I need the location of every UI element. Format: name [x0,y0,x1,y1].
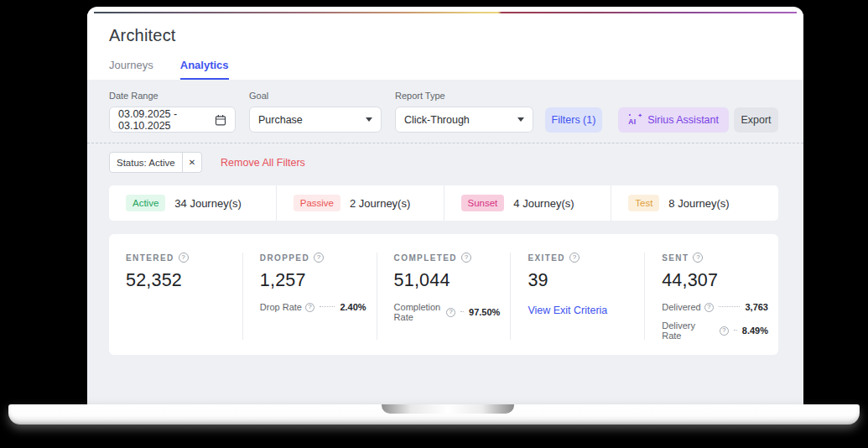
metric-entered: ENTERED ? 52,352 [109,253,243,340]
dotted-leader [719,306,741,307]
report-type-label: Report Type [395,91,533,101]
metric-dropped: DROPPED ? 1,257 Drop Rate ? 2.40% [243,253,377,340]
goal-value: Purchase [258,114,303,126]
journey-summary-sunset: Sunset 4 Journey(s) [444,185,612,221]
help-icon[interactable]: ? [314,253,324,263]
metric-label: COMPLETED [394,253,457,263]
delivery-rate-row: Delivery Rate ? 8.49% [662,320,768,341]
report-type-select[interactable]: Click-Through [395,107,533,133]
goal-field: Goal Purchase [249,91,382,133]
journey-summary-test: Test 8 Journey(s) [611,185,778,221]
export-button[interactable]: Export [734,107,778,133]
journey-count: 34 Journey(s) [174,197,241,210]
date-range-label: Date Range [109,91,236,101]
dotted-leader [320,306,335,307]
laptop-base [8,404,860,425]
metric-exited: EXITED ? 39 View Exit Criteria [511,253,645,340]
report-type-field: Report Type Click-Through [395,91,533,133]
remove-all-filters-link[interactable]: Remove All Filters [221,157,305,169]
status-filter-chip-label: Status: Active [110,153,182,172]
metric-completed: COMPLETED ? 51,044 Completion Rate ? 97.… [377,253,512,340]
date-range-value: 03.09.2025 - 03.10.2025 [118,108,215,132]
divider [87,143,803,143]
drop-rate-value: 2.40% [340,302,366,312]
help-icon[interactable]: ? [704,303,714,312]
help-icon[interactable]: ? [720,326,729,336]
tab-analytics[interactable]: Analytics [180,59,229,80]
metric-value: 51,044 [394,270,501,291]
completion-rate-value: 97.50% [469,307,500,317]
journey-summary-card: Active 34 Journey(s) Passive 2 Journey(s… [109,185,778,221]
journey-count: 4 Journey(s) [513,197,574,210]
completion-rate-row: Completion Rate ? 97.50% [394,302,501,322]
metric-sent: SENT ? 44,307 Delivered ? 3,763 Delivery… [645,253,778,340]
tab-journeys[interactable]: Journeys [109,59,153,80]
status-badge: Sunset [461,195,505,211]
laptop-screen: Architect Journeys Analytics Date Range … [87,7,803,409]
metric-label: EXITED [528,253,565,263]
journey-summary-passive: Passive 2 Journey(s) [277,185,444,221]
analytics-content: Date Range 03.09.2025 - 03.10.2025 Goal [87,80,803,409]
laptop-notch [382,404,514,414]
help-icon[interactable]: ? [305,303,314,312]
sirius-assistant-button[interactable]: AI ✦ Sirius Assistant [618,107,729,133]
dotted-leader [460,311,464,312]
view-exit-criteria-link[interactable]: View Exit Criteria [528,305,634,316]
metrics-card: ENTERED ? 52,352 DROPPED ? 1,257 Drop Ra… [109,234,778,355]
page-header: Architect Journeys Analytics [87,13,803,80]
delivery-rate-value: 8.49% [742,326,768,336]
journey-count: 8 Journey(s) [668,197,729,210]
action-buttons: AI ✦ Sirius Assistant Export [618,107,778,133]
chevron-down-icon [366,117,372,122]
status-badge: Passive [294,195,340,211]
metric-value: 39 [528,270,634,291]
dotted-leader [734,330,737,331]
filters-button[interactable]: Filters (1) [545,107,602,133]
sirius-assistant-label: Sirius Assistant [647,114,719,126]
drop-rate-label: Drop Rate [260,302,302,312]
goal-select[interactable]: Purchase [249,107,382,133]
help-icon[interactable]: ? [446,308,455,317]
remove-chip-icon[interactable]: ✕ [182,153,201,172]
status-badge: Active [126,195,165,211]
delivery-rate-label: Delivery Rate [662,320,716,341]
report-type-value: Click-Through [404,114,470,126]
calendar-icon [215,114,226,126]
help-icon[interactable]: ? [179,253,189,263]
tab-bar: Journeys Analytics [109,59,778,80]
completion-rate-label: Completion Rate [394,302,443,322]
help-icon[interactable]: ? [461,253,471,263]
chevron-down-icon [517,117,524,122]
goal-label: Goal [249,91,382,101]
metric-label: ENTERED [126,253,174,263]
ai-sparkle-icon: AI ✦ [628,115,642,126]
date-range-input[interactable]: 03.09.2025 - 03.10.2025 [109,107,236,133]
drop-rate-row: Drop Rate ? 2.40% [260,302,366,312]
journey-summary-active: Active 34 Journey(s) [109,185,277,221]
metric-value: 44,307 [662,270,768,291]
filter-row: Date Range 03.09.2025 - 03.10.2025 Goal [87,91,803,133]
delivered-row: Delivered ? 3,763 [662,302,768,312]
metric-label: SENT [662,253,689,263]
journey-count: 2 Journey(s) [350,197,410,210]
page-title: Architect [109,26,778,45]
delivered-value: 3,763 [745,302,768,312]
metric-label: DROPPED [260,253,309,263]
status-filter-chip: Status: Active ✕ [109,152,202,173]
status-badge: Test [628,195,659,211]
metric-value: 52,352 [126,270,232,291]
metric-value: 1,257 [260,270,366,291]
active-filters-row: Status: Active ✕ Remove All Filters [87,152,803,173]
help-icon[interactable]: ? [569,253,580,263]
help-icon[interactable]: ? [693,253,703,263]
delivered-label: Delivered [662,302,700,312]
date-range-field: Date Range 03.09.2025 - 03.10.2025 [109,91,236,133]
